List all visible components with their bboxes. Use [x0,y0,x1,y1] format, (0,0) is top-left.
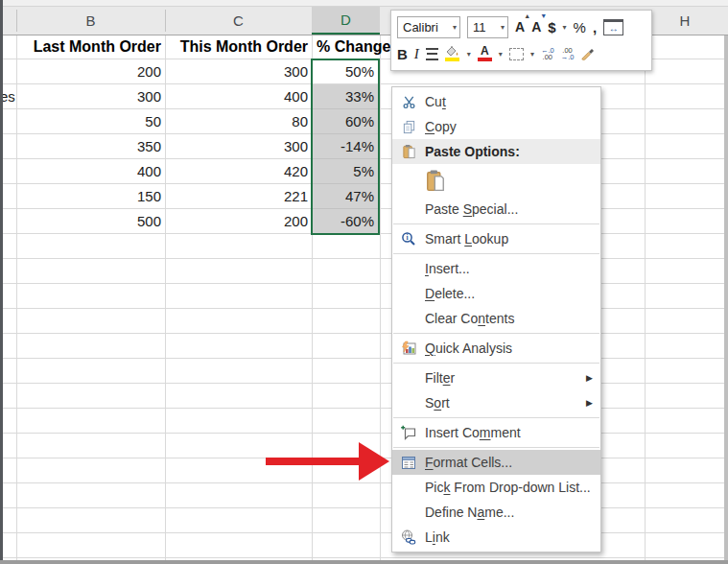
menu-item-quick-analysis[interactable]: Quick Analysis [392,336,600,361]
grow-font-label: A [515,19,525,35]
cell-d8[interactable]: -60% [313,209,374,234]
format-cells-icon [392,456,425,470]
column-header-c[interactable]: C [165,7,312,35]
cell-d6[interactable]: 5% [313,159,374,184]
menu-item-paste-options: Paste Options: [392,139,600,164]
menu-item-insert[interactable]: Insert... [392,256,600,281]
menu-item-format-cells[interactable]: Format Cells... [392,450,600,475]
cell-c3[interactable]: 400 [166,84,308,109]
cell-d5[interactable]: -14% [313,134,374,159]
chevron-down-icon[interactable]: ▾ [563,23,567,32]
cell-d2-active[interactable]: 50% [313,59,374,84]
copy-icon [392,120,425,134]
label-post: elete... [434,286,475,301]
autofit-width-button[interactable]: ↔ [603,19,623,35]
cell-c5[interactable]: 300 [166,134,308,159]
chevron-down-icon[interactable]: ▾ [467,50,471,59]
menu-item-define-name[interactable]: Define Name... [392,500,600,525]
cell-d3[interactable]: 33% [313,84,374,109]
bold-button[interactable]: B [397,46,408,62]
menu-item-delete[interactable]: Delete... [392,281,600,306]
cell-c8[interactable]: 200 [166,209,308,234]
submenu-arrow-icon: ▶ [586,373,593,383]
chevron-down-icon[interactable]: ▾ [499,50,503,59]
context-menu: Cut Copy Paste Options: Paste Special... [391,86,601,552]
paint-bucket-icon [445,46,460,57]
label-key: L [464,231,472,247]
menu-separator [393,223,599,224]
menu-item-label: Insert Comment [425,425,600,440]
table-header-cell[interactable]: Last Month Order [17,35,161,59]
label-key: C [425,119,434,134]
decrease-decimal-button[interactable]: .00 →.0 [561,47,575,61]
label-post: r [450,370,455,386]
borders-button[interactable] [509,48,524,60]
chevron-down-icon[interactable]: ▾ [530,50,534,59]
menu-item-cut[interactable]: Cut [392,89,600,114]
quick-analysis-icon [392,341,425,356]
italic-button[interactable]: I [414,46,419,62]
menu-item-smart-lookup[interactable]: i Smart Lookup [392,226,600,251]
menu-item-label: Insert... [425,261,600,276]
fill-color-button[interactable] [445,46,460,61]
menu-item-label: Pick From Drop-down List... [425,480,600,495]
font-color-button[interactable]: A [478,46,492,61]
increase-font-size-button[interactable]: A ▲ [515,19,525,35]
label-post: me... [484,505,514,520]
cell-d4[interactable]: 60% [313,109,374,134]
menu-item-filter[interactable]: Filter ▶ [392,365,600,390]
increase-decimal-button[interactable]: ←.0 .00 [541,47,554,61]
table-header-cell[interactable]: This Month Order [166,35,308,59]
align-icon [426,48,438,60]
column-header-h[interactable]: H [645,7,725,35]
label-key: F [425,455,434,470]
menu-item-sort[interactable]: Sort ▶ [392,390,600,415]
accounting-format-button[interactable]: $ [548,19,555,35]
table-header-cell[interactable]: % Change [317,35,380,59]
menu-item-paste-special[interactable]: Paste Special... [392,197,600,222]
caret-up-icon: ▲ [524,12,530,19]
cell-c4[interactable]: 80 [166,109,308,134]
menu-item-label: Smart Lookup [425,231,600,247]
cell-b4[interactable]: 50 [17,109,161,134]
format-painter-button[interactable] [580,47,596,61]
percent-style-button[interactable]: % [574,19,586,35]
cell-c2[interactable]: 300 [166,59,308,84]
label-post: opy [434,119,457,134]
menu-item-link[interactable]: Link [392,525,600,550]
link-icon [392,529,425,545]
scrollbar-edge[interactable] [724,6,728,564]
column-header-b[interactable]: B [16,7,165,35]
label-pre: Filt [425,370,443,386]
comma-style-button[interactable]: , [593,19,597,35]
menu-item-insert-comment[interactable]: Insert Comment [392,420,600,445]
menu-item-label: Clear Contents [425,311,600,326]
center-align-button[interactable] [426,48,438,60]
decrease-font-size-button[interactable]: A ▼ [531,19,541,35]
menu-item-label: Define Name... [425,505,600,520]
label-key: t [442,94,446,109]
menu-item-copy[interactable]: Copy [392,114,600,139]
cell-d7[interactable]: 47% [313,184,374,209]
column-header-d-selected[interactable]: D [312,7,380,35]
cell-b7[interactable]: 150 [17,184,161,209]
menu-item-clear-contents[interactable]: Clear Contents [392,306,600,331]
label-key: D [425,286,434,301]
cell-b5[interactable]: 350 [17,134,161,159]
font-color-bar [478,58,492,61]
window-bottom-edge [0,560,728,564]
menu-separator [393,363,599,364]
cell-c6[interactable]: 420 [166,159,308,184]
cell-b2[interactable]: 200 [17,59,161,84]
font-name-combo[interactable]: Calibri ▾ [397,16,460,38]
cell-c7[interactable]: 221 [166,184,308,209]
font-name-value: Calibri [403,20,438,35]
cell-b6[interactable]: 400 [17,159,161,184]
cell-b8[interactable]: 500 [17,209,161,234]
caret-down-icon: ▼ [540,12,547,19]
menu-item-pick-from-list[interactable]: Pick From Drop-down List... [392,475,600,500]
label-pre: Smart [425,231,464,247]
cell-b3[interactable]: 300 [17,84,161,109]
paste-button[interactable] [425,169,446,192]
font-size-combo[interactable]: 11 ▾ [467,16,508,38]
